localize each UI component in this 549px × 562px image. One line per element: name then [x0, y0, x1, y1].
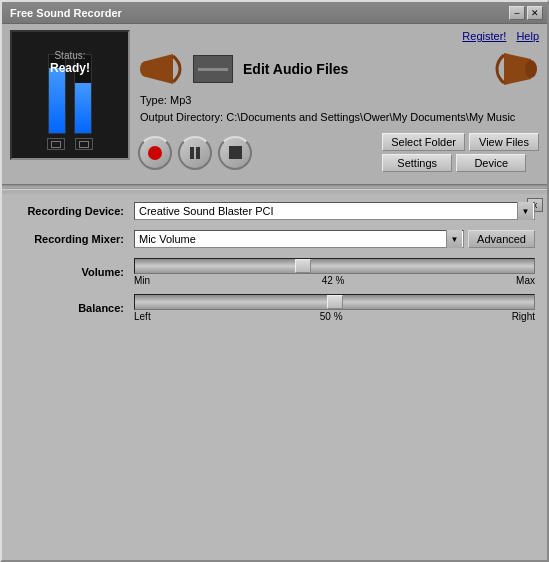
- volume-max-label: Max: [516, 275, 535, 286]
- volume-slider-row: Volume: Min 42 % Max: [14, 258, 535, 286]
- advanced-button[interactable]: Advanced: [468, 230, 535, 248]
- title-bar-buttons: – ✕: [509, 6, 543, 20]
- volume-slider-thumb[interactable]: [295, 259, 311, 273]
- balance-right-label: Right: [512, 311, 535, 322]
- help-link[interactable]: Help: [516, 30, 539, 42]
- recording-device-select[interactable]: Creative Sound Blaster PCI: [134, 202, 535, 220]
- vu-icon-left: [47, 138, 65, 150]
- register-link[interactable]: Register!: [462, 30, 506, 42]
- recording-device-row: Recording Device: Creative Sound Blaster…: [14, 202, 535, 220]
- info-section: Type: Mp3 Output Directory: C:\Documents…: [138, 92, 539, 125]
- recording-device-select-wrapper: Creative Sound Blaster PCI ▼: [134, 202, 535, 220]
- main-panel: Status: Ready!: [2, 24, 547, 180]
- svg-point-1: [525, 60, 537, 78]
- volume-label: Volume:: [14, 266, 134, 278]
- panel-divider: [2, 184, 547, 190]
- close-button[interactable]: ✕: [527, 6, 543, 20]
- balance-pct-label: 50 %: [320, 311, 343, 322]
- vu-icons: [47, 138, 93, 150]
- title-bar: Free Sound Recorder – ✕: [2, 2, 547, 24]
- view-files-button[interactable]: View Files: [469, 133, 539, 151]
- status-label: Status:: [50, 50, 90, 61]
- vu-bar-left-fill: [49, 68, 65, 133]
- recording-mixer-row: Recording Mixer: Mic Volume ▼ Advanced: [14, 230, 535, 248]
- recording-device-label: Recording Device:: [14, 205, 134, 217]
- horn-left-icon: [138, 52, 183, 87]
- pause-button[interactable]: [178, 136, 212, 170]
- settings-button[interactable]: Settings: [382, 154, 452, 172]
- audio-visual-box: [193, 55, 233, 83]
- output-label: Output Directory:: [140, 111, 223, 123]
- balance-slider-track[interactable]: [134, 294, 535, 310]
- main-window: Free Sound Recorder – ✕ Status: Ready!: [0, 0, 549, 562]
- record-button[interactable]: [138, 136, 172, 170]
- balance-left-label: Left: [134, 311, 151, 322]
- pause-bar-icon-2: [196, 147, 200, 159]
- recording-mixer-label: Recording Mixer:: [14, 233, 134, 245]
- device-button[interactable]: Device: [456, 154, 526, 172]
- stop-button[interactable]: [218, 136, 252, 170]
- header-row: Edit Audio Files: [138, 50, 539, 88]
- type-value: Mp3: [170, 94, 191, 106]
- top-row: Status: Ready!: [10, 30, 539, 172]
- output-value: C:\Documents and Settings\Ower\My Docume…: [226, 111, 515, 123]
- volume-min-label: Min: [134, 275, 150, 286]
- volume-slider-labels: Min 42 % Max: [134, 275, 535, 286]
- volume-slider-track[interactable]: [134, 258, 535, 274]
- pause-bar-icon: [190, 147, 194, 159]
- mixer-select-wrapper: Mic Volume ▼: [134, 230, 464, 248]
- window-title: Free Sound Recorder: [6, 7, 122, 19]
- select-folder-button[interactable]: Select Folder: [382, 133, 465, 151]
- recording-mixer-select[interactable]: Mic Volume: [134, 230, 464, 248]
- edit-audio-title: Edit Audio Files: [243, 61, 474, 77]
- right-panel: Register! Help Edit Audio Files: [138, 30, 539, 172]
- horn-right-icon: [484, 50, 539, 88]
- vu-meter: Status: Ready!: [10, 30, 130, 160]
- volume-slider-container: Min 42 % Max: [134, 258, 535, 286]
- bottom-panel: x Recording Device: Creative Sound Blast…: [2, 194, 547, 560]
- volume-pct-label: 42 %: [322, 275, 345, 286]
- recording-device-control: Creative Sound Blaster PCI ▼: [134, 202, 535, 220]
- action-btn-row-2: Settings Device: [382, 154, 539, 172]
- action-buttons: Select Folder View Files Settings Device: [382, 133, 539, 172]
- mixer-row: Mic Volume ▼ Advanced: [134, 230, 535, 248]
- type-label: Type:: [140, 94, 167, 106]
- balance-slider-container: Left 50 % Right: [134, 294, 535, 322]
- vu-icon-right: [75, 138, 93, 150]
- recording-mixer-control: Mic Volume ▼ Advanced: [134, 230, 535, 248]
- stop-square-icon: [229, 146, 242, 159]
- record-dot-icon: [148, 146, 162, 160]
- top-links: Register! Help: [138, 30, 539, 42]
- status-value: Ready!: [50, 61, 90, 75]
- balance-slider-thumb[interactable]: [327, 295, 343, 309]
- balance-slider-row: Balance: Left 50 % Right: [14, 294, 535, 322]
- controls-row: Select Folder View Files Settings Device: [138, 133, 539, 172]
- vu-bar-right-fill: [75, 83, 91, 133]
- action-btn-row-1: Select Folder View Files: [382, 133, 539, 151]
- balance-slider-labels: Left 50 % Right: [134, 311, 535, 322]
- balance-label: Balance:: [14, 302, 134, 314]
- minimize-button[interactable]: –: [509, 6, 525, 20]
- status-display: Status: Ready!: [50, 50, 90, 75]
